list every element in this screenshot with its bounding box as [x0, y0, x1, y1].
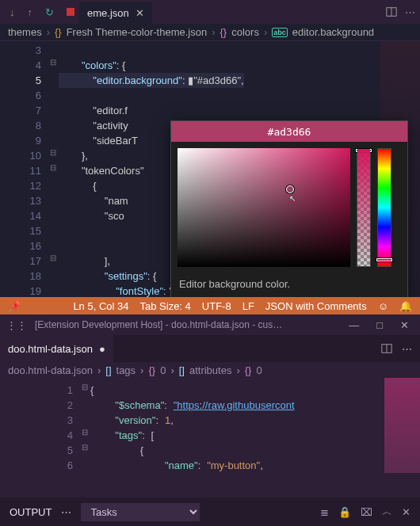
editor-body[interactable]: 123456 ⊟⊟⊟ { "$schema": "https://raw.git… [0, 378, 420, 497]
alpha-thumb[interactable] [356, 149, 372, 152]
top-editor-window: ↓ ↑ ↻ eme.json ✕ ⋯ themes › {} Fresh The… [0, 0, 420, 314]
bell-icon[interactable]: 🔔 [399, 300, 412, 312]
breadcrumb-tags[interactable]: tags [116, 364, 136, 376]
breadcrumb-0b[interactable]: 0 [256, 364, 262, 376]
split-editor-icon[interactable] [381, 343, 392, 354]
close-icon[interactable]: ✕ [136, 7, 144, 19]
file-tab-label: eme.json [87, 7, 129, 19]
breadcrumb-file[interactable]: Fresh Theme-color-theme.json [67, 26, 208, 38]
fold-column[interactable]: ⊟⊟⊟⊟ [48, 41, 59, 297]
app-menu-icon[interactable]: ⋮⋮ [6, 319, 27, 331]
status-bar: 📌 Ln 5, Col 34 Tab Size: 4 UTF-8 LF JSON… [0, 297, 420, 314]
close-window-icon[interactable]: ✕ [395, 319, 414, 331]
step-up-icon[interactable]: ↑ [23, 5, 38, 20]
split-editor-icon[interactable] [386, 6, 397, 17]
window-title: [Extension Development Host] - doo.html-… [35, 319, 336, 330]
color-picker: #ad3d66 ↖ Editor background color. [170, 120, 408, 297]
file-tab[interactable]: eme.json ✕ [79, 2, 152, 24]
tab-bar: doo.html-data.json ● ⋯ [0, 335, 420, 362]
saturation-area[interactable]: ↖ [178, 148, 350, 267]
array-icon: [] [179, 364, 185, 376]
cursor-position[interactable]: Ln 5, Col 34 [73, 300, 128, 312]
breadcrumb[interactable]: themes › {} Fresh Theme-color-theme.json… [0, 24, 420, 41]
maximize-icon[interactable]: □ [372, 319, 388, 331]
json-file-icon: {} [55, 26, 62, 38]
string-icon: abc [272, 28, 288, 37]
alpha-slider[interactable] [357, 148, 371, 267]
eol[interactable]: LF [242, 300, 254, 312]
clear-icon[interactable]: ⌧ [361, 506, 372, 518]
breadcrumb-file[interactable]: doo.html-data.json [8, 364, 93, 376]
saturation-cursor[interactable] [286, 185, 294, 193]
lock-icon[interactable]: 🔒 [338, 506, 351, 518]
dirty-close-icon[interactable]: ● [99, 343, 105, 355]
panel-tab-output[interactable]: OUTPUT [10, 506, 52, 518]
window-titlebar: ⋮⋮ [Extension Development Host] - doo.ht… [0, 314, 420, 335]
line-numbers: 123456 [0, 378, 79, 497]
minimap[interactable] [384, 378, 420, 473]
tab-size[interactable]: Tab Size: 4 [140, 300, 191, 312]
breadcrumb-folder[interactable]: themes [8, 26, 42, 38]
color-picker-header[interactable]: #ad3d66 [171, 121, 407, 142]
more-icon[interactable]: ⋯ [405, 6, 415, 18]
debug-toolbar: ↓ ↑ ↻ eme.json ✕ ⋯ [0, 0, 420, 24]
breadcrumb-attributes[interactable]: attributes [189, 364, 231, 376]
minimize-icon[interactable]: — [344, 319, 364, 331]
breadcrumb-0a[interactable]: 0 [160, 364, 166, 376]
restart-icon[interactable]: ↻ [40, 5, 59, 20]
hue-thumb[interactable] [376, 258, 392, 261]
color-picker-tooltip: Editor background color. [171, 273, 407, 297]
extension-host-window: ⋮⋮ [Extension Development Host] - doo.ht… [0, 314, 420, 526]
breadcrumb-node-colors[interactable]: colors [231, 26, 259, 38]
stop-icon[interactable] [67, 8, 74, 16]
chevron-right-icon: › [140, 364, 143, 376]
chevron-right-icon: › [236, 364, 239, 376]
breadcrumb-node-bg[interactable]: editor.background [292, 26, 374, 38]
more-icon[interactable]: ⋯ [402, 343, 412, 355]
array-icon: [] [105, 364, 111, 376]
chevron-right-icon: › [47, 26, 50, 38]
object-icon: {} [148, 364, 155, 376]
chevron-right-icon: › [212, 26, 215, 38]
chevron-up-icon[interactable]: ︿ [382, 505, 392, 519]
list-icon[interactable]: ≣ [320, 506, 329, 518]
line-numbers: 34567891011121314151617181920 [0, 41, 48, 297]
file-tab[interactable]: doo.html-data.json ● [0, 335, 113, 362]
close-panel-icon[interactable]: ✕ [402, 506, 410, 518]
object-icon: {} [220, 26, 227, 38]
output-channel-select[interactable]: Tasks [81, 503, 200, 521]
chevron-right-icon: › [170, 364, 174, 376]
breadcrumb[interactable]: doo.html-data.json › [] tags › {} 0 › []… [0, 362, 420, 378]
cursor-arrow-icon: ↖ [289, 194, 296, 203]
panel-more-icon[interactable]: ⋯ [61, 506, 71, 518]
code-area[interactable]: { "$schema": "https://raw.githubusercont… [90, 378, 295, 497]
feedback-icon[interactable]: ☺ [378, 300, 388, 312]
output-panel-header: OUTPUT ⋯ Tasks ≣ 🔒 ⌧ ︿ ✕ [0, 497, 420, 526]
editor-body[interactable]: 34567891011121314151617181920 ⊟⊟⊟⊟ "colo… [0, 41, 420, 297]
object-icon: {} [245, 364, 252, 376]
chevron-right-icon: › [264, 26, 267, 38]
step-down-icon[interactable]: ↓ [5, 5, 20, 20]
file-tab-label: doo.html-data.json [8, 343, 93, 355]
chevron-right-icon: › [97, 364, 101, 376]
encoding[interactable]: UTF-8 [202, 300, 231, 312]
debug-pin-icon[interactable]: 📌 [8, 300, 21, 312]
fold-column[interactable]: ⊟⊟⊟ [79, 378, 90, 497]
hue-slider[interactable] [377, 148, 391, 267]
language-mode[interactable]: JSON with Comments [265, 300, 367, 312]
